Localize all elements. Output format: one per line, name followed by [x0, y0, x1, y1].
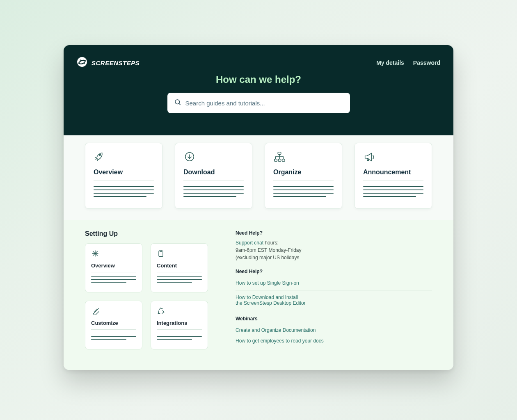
mini-card-integrations[interactable]: Integrations [151, 301, 208, 350]
card-announcement[interactable]: Announcement [355, 143, 432, 209]
megaphone-icon [363, 157, 375, 164]
mini-card-title: Customize [91, 320, 136, 330]
download-install-line1: How to Download and Install [236, 294, 298, 300]
need-help-heading-2: Need Help? [236, 269, 432, 274]
mini-textlines [157, 276, 202, 283]
svg-point-4 [175, 100, 180, 104]
hero-title: How can we help? [77, 74, 440, 85]
card-title: Announcement [363, 169, 423, 180]
download-install-link[interactable]: How to Download and Install the ScreenSt… [236, 292, 432, 308]
asterisk-icon [91, 252, 99, 259]
need-help-block-2: Need Help? How to set up Single Sign-on … [236, 269, 432, 308]
card-download[interactable]: Download [175, 143, 252, 209]
support-hours-line2: 9am-6pm EST Monday-Friday [236, 247, 302, 253]
support-hours-line3: (excluding major US holidays [236, 255, 299, 260]
card-title: Overview [94, 169, 154, 180]
search-box[interactable] [167, 93, 350, 113]
card-title: Download [183, 169, 244, 180]
webinar-create-organize[interactable]: Create and Organize Documentation [236, 325, 432, 336]
rocket-icon [94, 157, 106, 164]
hierarchy-icon [273, 157, 286, 164]
mini-textlines [91, 276, 136, 283]
hero-section: SCREENSTEPS My details Password How can … [64, 45, 453, 135]
webinars-block: Webinars Create and Organize Documentati… [236, 316, 432, 346]
header-nav: My details Password [376, 59, 440, 66]
card-textlines [363, 186, 423, 197]
app-window: SCREENSTEPS My details Password How can … [64, 45, 453, 370]
need-help-heading: Need Help? [236, 230, 432, 236]
support-chat-link[interactable]: Support chat [236, 240, 263, 246]
sso-link[interactable]: How to set up Single Sign-on [236, 278, 432, 290]
svg-point-0 [77, 57, 87, 67]
svg-rect-10 [278, 159, 281, 162]
svg-line-5 [179, 103, 180, 105]
svg-rect-9 [275, 159, 277, 162]
top-cards-row: Overview Download Organize [64, 135, 453, 220]
download-install-line2: the ScreenStesp Desktop Editor [236, 300, 306, 306]
brand-logo-icon [77, 57, 87, 69]
nav-password[interactable]: Password [413, 59, 440, 66]
mini-card-customize[interactable]: Customize [85, 301, 142, 350]
svg-point-3 [84, 63, 85, 64]
svg-rect-11 [282, 159, 285, 162]
brand-name: SCREENSTEPS [92, 59, 140, 66]
webinars-heading: Webinars [236, 316, 432, 322]
mini-card-overview[interactable]: Overview [85, 243, 142, 292]
support-hours-text: Support chat hours: 9am-6pm EST Monday-F… [236, 239, 432, 261]
setting-up-heading: Setting Up [85, 230, 208, 237]
clipboard-icon [157, 252, 165, 259]
topbar: SCREENSTEPS My details Password [77, 57, 440, 69]
svg-point-2 [80, 59, 81, 61]
page-surface: SCREENSTEPS My details Password How can … [12, 13, 505, 407]
card-textlines [94, 186, 154, 197]
setting-up-grid: Overview Content Customi [85, 243, 208, 349]
search-icon [174, 98, 181, 107]
mini-textlines [91, 334, 136, 340]
help-sidebar: Need Help? Support chat hours: 9am-6pm E… [228, 230, 432, 354]
mini-card-title: Overview [91, 262, 136, 272]
setting-up-section: Setting Up Overview Content [85, 230, 208, 354]
mini-card-title: Integrations [157, 320, 202, 330]
svg-point-6 [99, 154, 101, 156]
lower-section: Setting Up Overview Content [64, 220, 453, 370]
mini-card-title: Content [157, 262, 202, 272]
webinar-employees-read[interactable]: How to get employees to read your docs [236, 336, 432, 346]
support-hours-suffix: hours: [263, 240, 279, 246]
brand[interactable]: SCREENSTEPS [77, 57, 140, 69]
mini-card-content[interactable]: Content [151, 243, 208, 292]
nav-my-details[interactable]: My details [376, 59, 404, 66]
need-help-block-1: Need Help? Support chat hours: 9am-6pm E… [236, 230, 432, 261]
card-textlines [183, 186, 244, 197]
ruler-icon [91, 309, 99, 316]
mini-textlines [157, 334, 202, 340]
recycle-icon [157, 309, 165, 316]
download-icon [183, 157, 196, 164]
card-overview[interactable]: Overview [85, 143, 162, 209]
card-title: Organize [273, 169, 334, 180]
svg-rect-8 [278, 152, 281, 155]
card-textlines [273, 186, 334, 197]
card-organize[interactable]: Organize [265, 143, 342, 209]
search-input[interactable] [185, 100, 343, 107]
